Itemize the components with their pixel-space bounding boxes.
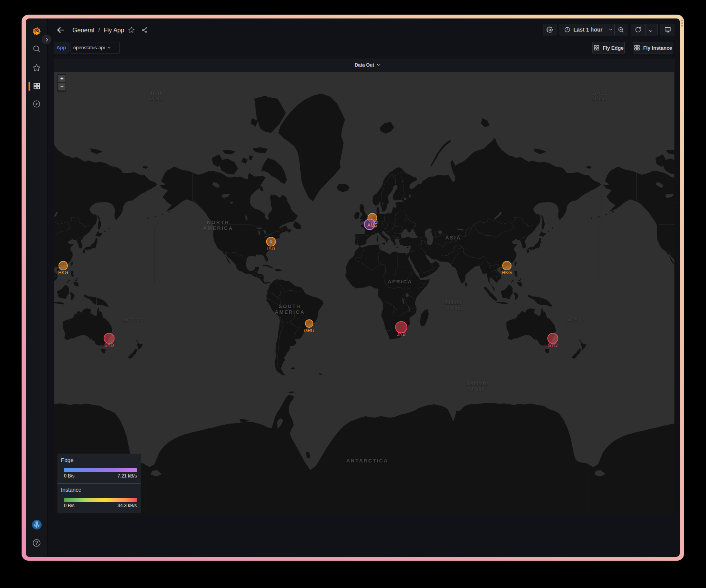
svg-text:HKG: HKG [502,270,512,275]
svg-text:SYD: SYD [104,343,114,348]
svg-text:HKG: HKG [58,270,68,275]
svg-text:IAD: IAD [267,246,275,251]
svg-text:JNB: JNB [397,332,406,337]
svg-text:SYD: SYD [548,343,558,348]
svg-text:AMS: AMS [367,223,377,228]
svg-text:GRU: GRU [304,328,314,333]
